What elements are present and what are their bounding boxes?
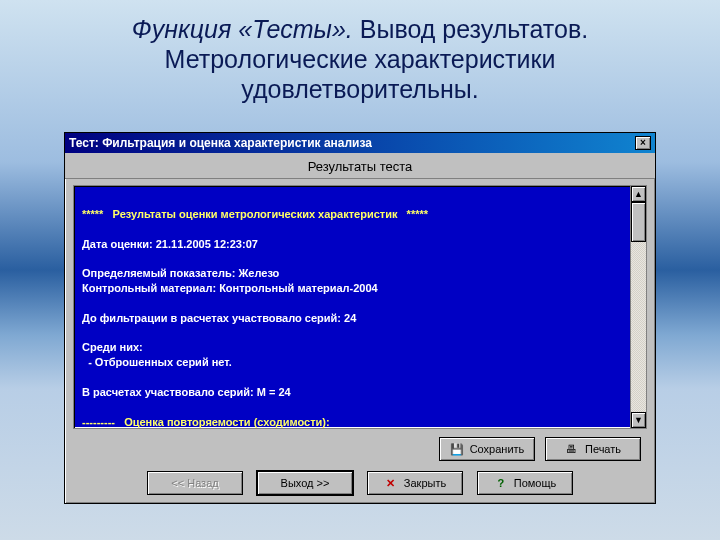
exit-button[interactable]: Выход >> [257,471,353,495]
title-emphasis: Функция «Тесты». [132,15,353,43]
console-line: - Отброшенных серий нет. [82,356,232,368]
slide-title-line3: удовлетворительны. [0,74,720,104]
scroll-up-button[interactable]: ▲ [631,186,646,202]
close-icon: × [640,138,646,148]
dialog-subtitle: Результаты теста [65,153,655,179]
console-line: Контрольный материал: Контрольный матери… [82,282,378,294]
results-console[interactable]: ***** Результаты оценки метрологических … [74,186,630,428]
question-icon: ? [494,476,508,490]
scroll-down-button[interactable]: ▼ [631,412,646,428]
close-button-label: Закрыть [404,477,446,489]
save-button-label: Сохранить [470,443,525,455]
console-line: В расчетах участвовало серий: M = 24 [82,386,291,398]
console-line: До фильтрации в расчетах участвовало сер… [82,312,356,324]
x-icon: ✕ [384,476,398,490]
vertical-scrollbar[interactable]: ▲ ▼ [630,186,646,428]
slide-title: Функция «Тесты». Вывод результатов. Метр… [0,14,720,104]
console-header-line: ***** Результаты оценки метрологических … [82,208,428,220]
save-icon [450,442,464,456]
print-button[interactable]: Печать [545,437,641,461]
console-line: Дата оценки: 21.11.2005 12:23:07 [82,238,258,250]
titlebar-close-button[interactable]: × [635,136,651,150]
test-results-dialog: Тест: Фильтрация и оценка характеристик … [64,132,656,504]
close-button[interactable]: ✕ Закрыть [367,471,463,495]
back-button[interactable]: << Назад [147,471,243,495]
console-line: Среди них: [82,341,143,353]
print-icon [565,442,579,456]
chevron-down-icon: ▼ [634,415,643,425]
print-button-label: Печать [585,443,621,455]
slide-title-line1: Функция «Тесты». Вывод результатов. [0,14,720,44]
exit-button-label: Выход >> [281,477,330,489]
slide-title-line2: Метрологические характеристики [0,44,720,74]
chevron-up-icon: ▲ [634,189,643,199]
title-rest: Вывод результатов. [353,15,588,43]
console-section-line: --------- Оценка повторяемости (сходимос… [82,416,330,428]
action-button-row: Сохранить Печать [65,429,655,465]
help-button[interactable]: ? Помощь [477,471,573,495]
dialog-titlebar[interactable]: Тест: Фильтрация и оценка характеристик … [65,133,655,153]
save-button[interactable]: Сохранить [439,437,535,461]
console-line: Определяемый показатель: Железо [82,267,279,279]
back-button-label: << Назад [171,477,218,489]
nav-button-row: << Назад Выход >> ✕ Закрыть ? Помощь [65,465,655,499]
slide-background: Функция «Тесты». Вывод результатов. Метр… [0,0,720,540]
scroll-track[interactable] [631,202,646,412]
help-button-label: Помощь [514,477,557,489]
scroll-thumb[interactable] [631,202,646,242]
dialog-title: Тест: Фильтрация и оценка характеристик … [69,136,633,150]
results-console-frame: ***** Результаты оценки метрологических … [73,185,647,429]
